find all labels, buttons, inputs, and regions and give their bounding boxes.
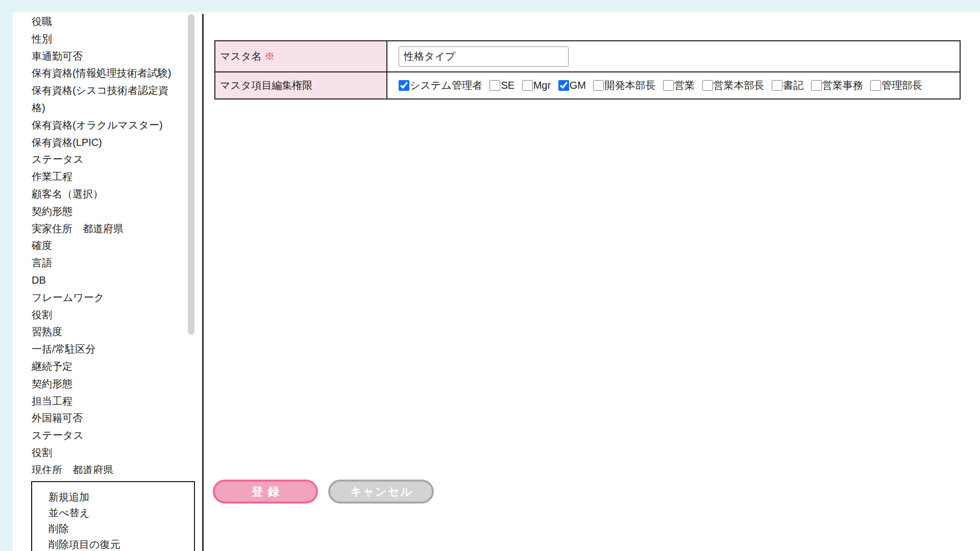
master-list-item[interactable]: 作業工程 bbox=[32, 168, 178, 186]
permission-option: 営業 bbox=[663, 79, 695, 92]
register-button[interactable]: 登録 bbox=[213, 480, 318, 504]
master-list-item[interactable]: 外国籍可否 bbox=[32, 410, 178, 427]
permission-checkbox[interactable] bbox=[558, 80, 569, 91]
master-list-item[interactable]: DB bbox=[32, 272, 178, 289]
permission-option: 開発本部長 bbox=[593, 79, 655, 92]
master-list-item[interactable]: 現住所 都道府県 bbox=[32, 462, 178, 474]
permission-option-label: SE bbox=[501, 80, 514, 91]
permissions-row: マスタ項目編集権限 システム管理者 SE Mgr GM 開発本部長 営業 営業本… bbox=[215, 72, 960, 99]
permission-option: GM bbox=[558, 80, 586, 91]
master-action-item[interactable]: 削除 bbox=[48, 521, 194, 537]
permission-option-label: GM bbox=[570, 80, 586, 91]
permission-option-label: 営業本部長 bbox=[714, 80, 765, 91]
master-action-item[interactable]: 新規追加 bbox=[48, 489, 194, 505]
cancel-button[interactable]: キャンセル bbox=[328, 480, 434, 504]
master-list-item[interactable]: ステータス bbox=[32, 427, 178, 444]
master-list: 役職 性別 車通勤可否 保有資格(情報処理技術者試験) 保有資格(シスコ技術者認… bbox=[32, 13, 178, 474]
master-list-item[interactable]: 契約形態 bbox=[32, 375, 178, 393]
permission-option: Mgr bbox=[522, 80, 551, 91]
master-name-label-cell: マスタ名 ※ bbox=[215, 41, 387, 72]
master-list-item[interactable]: 保有資格(オラクルマスター) bbox=[32, 117, 178, 134]
permission-option-label: 営業事務 bbox=[822, 80, 863, 91]
permission-option-label: 営業 bbox=[674, 80, 695, 91]
permission-option: 書記 bbox=[772, 79, 803, 92]
master-list-item[interactable]: ステータス bbox=[32, 151, 178, 168]
permission-option-label: Mgr bbox=[533, 80, 551, 91]
permission-checkbox[interactable] bbox=[870, 80, 881, 91]
master-list-item[interactable]: 確度 bbox=[32, 237, 178, 255]
permission-option-label: 開発本部長 bbox=[604, 80, 655, 91]
permissions-label: マスタ項目編集権限 bbox=[220, 80, 312, 91]
permission-option: SE bbox=[489, 80, 514, 91]
master-list-item[interactable]: 保有資格(情報処理技術者試験) bbox=[32, 65, 178, 82]
master-list-item[interactable]: 言語 bbox=[32, 255, 178, 272]
permission-checkbox[interactable] bbox=[663, 80, 674, 91]
master-action-item[interactable]: 削除項目の復元 bbox=[48, 537, 194, 551]
permissions-value-cell: システム管理者 SE Mgr GM 開発本部長 営業 営業本部長 書記 営業事務… bbox=[387, 72, 960, 99]
master-list-item[interactable]: 保有資格(シスコ技術者認定資格) bbox=[32, 82, 178, 117]
master-list-item[interactable]: フレームワーク bbox=[32, 289, 178, 307]
permission-checkbox[interactable] bbox=[811, 80, 822, 91]
permission-option: 営業事務 bbox=[811, 79, 863, 92]
master-list-item[interactable]: 継続予定 bbox=[32, 358, 178, 375]
permission-checkbox[interactable] bbox=[593, 80, 604, 91]
master-name-label: マスタ名 bbox=[220, 51, 261, 62]
master-list-item[interactable]: 習熟度 bbox=[32, 323, 178, 341]
master-list-item[interactable]: 性別 bbox=[32, 31, 178, 48]
master-list-item[interactable]: 一括/常駐区分 bbox=[32, 341, 178, 358]
permission-option-label: 書記 bbox=[783, 80, 803, 91]
permission-checkbox[interactable] bbox=[489, 80, 500, 91]
permission-checkbox[interactable] bbox=[772, 80, 782, 91]
master-action-item[interactable]: 並べ替え bbox=[48, 505, 194, 521]
master-name-row: マスタ名 ※ bbox=[215, 41, 960, 72]
permission-option-label: 管理部長 bbox=[881, 80, 922, 91]
permission-option: 管理部長 bbox=[870, 79, 922, 92]
master-list-item[interactable]: 契約形態 bbox=[32, 203, 178, 220]
master-list-item[interactable]: 顧客名（選択） bbox=[32, 186, 178, 203]
vertical-divider bbox=[202, 14, 204, 551]
permission-option: システム管理者 bbox=[399, 79, 482, 92]
permission-checkbox[interactable] bbox=[399, 80, 409, 91]
sidebar-scrollbar-thumb[interactable] bbox=[188, 14, 194, 335]
master-action-listbox: 新規追加 並べ替え 削除 削除項目の復元 bbox=[31, 481, 195, 551]
permission-checkbox[interactable] bbox=[702, 80, 713, 91]
master-list-item[interactable]: 担当工程 bbox=[32, 393, 178, 410]
master-name-value-cell bbox=[387, 41, 960, 72]
permission-option-label: システム管理者 bbox=[410, 80, 482, 91]
master-list-item[interactable]: 役職 bbox=[32, 13, 178, 31]
required-mark: ※ bbox=[264, 51, 275, 62]
master-list-item[interactable]: 役割 bbox=[32, 444, 178, 462]
master-list-item[interactable]: 役割 bbox=[32, 307, 178, 324]
master-list-item[interactable]: 実家住所 都道府県 bbox=[32, 220, 178, 238]
master-list-item[interactable]: 保有資格(LPIC) bbox=[32, 134, 178, 152]
master-list-item[interactable]: 車通勤可否 bbox=[32, 48, 178, 65]
master-edit-form: マスタ名 ※ マスタ項目編集権限 システム管理者 SE Mgr GM 開発本部長… bbox=[214, 40, 961, 99]
permission-option: 営業本部長 bbox=[702, 79, 765, 92]
master-name-input[interactable] bbox=[399, 46, 569, 67]
permission-checkbox[interactable] bbox=[522, 80, 533, 91]
permissions-label-cell: マスタ項目編集権限 bbox=[215, 72, 387, 99]
